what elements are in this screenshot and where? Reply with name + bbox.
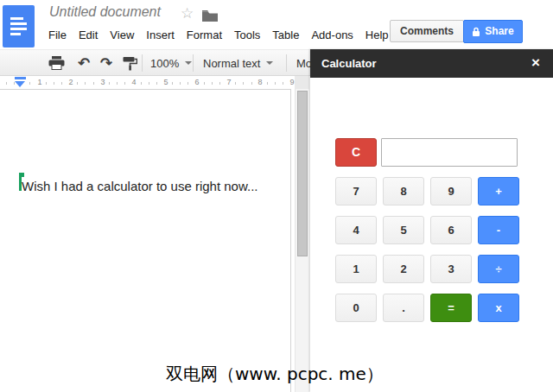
zoom-select-value: 100% <box>150 57 179 70</box>
calc-key-0[interactable]: 0 <box>335 294 377 322</box>
toolbar-separator <box>142 54 143 72</box>
calc-key-add[interactable]: + <box>478 177 519 205</box>
share-button[interactable]: Share <box>463 20 523 43</box>
calc-key-1[interactable]: 1 <box>335 255 377 283</box>
menu-item-addons[interactable]: Add-ons <box>310 27 353 43</box>
calc-key-multiply[interactable]: x <box>478 294 519 322</box>
ruler-number: 2 <box>67 78 74 86</box>
paint-format-icon[interactable] <box>119 50 140 76</box>
calc-key-4[interactable]: 4 <box>335 216 377 244</box>
star-icon[interactable]: ☆ <box>181 4 194 22</box>
calc-key-5[interactable]: 5 <box>383 216 424 244</box>
menu-item-insert[interactable]: Insert <box>145 27 175 43</box>
calc-key-3[interactable]: 3 <box>430 255 472 283</box>
logo-line <box>10 22 27 25</box>
docs-logo-icon[interactable] <box>3 5 35 47</box>
calc-key-clear[interactable]: C <box>335 138 377 167</box>
first-line-indent-marker[interactable] <box>15 77 26 79</box>
ruler-number: 5 <box>162 78 169 86</box>
left-indent-marker[interactable] <box>15 81 25 87</box>
google-docs-window: Untitled document ☆ File Edit View Inser… <box>0 0 553 392</box>
ruler-number: 7 <box>225 78 232 86</box>
calc-key-8[interactable]: 8 <box>383 177 424 205</box>
ruler-number: 4 <box>130 78 137 86</box>
ruler-number: 3 <box>99 78 106 86</box>
menu-item-format[interactable]: Format <box>186 27 223 43</box>
menu-item-table[interactable]: Table <box>271 27 300 43</box>
calculator-panel: Calculator × C 7 8 9 + 4 5 6 - 1 2 3 ÷ 0… <box>310 49 553 392</box>
logo-line <box>10 17 23 20</box>
calc-key-9[interactable]: 9 <box>430 177 472 205</box>
ruler-corner <box>295 76 309 89</box>
comments-button[interactable]: Comments <box>390 20 464 42</box>
menu-item-edit[interactable]: Edit <box>78 27 99 43</box>
calc-key-subtract[interactable]: - <box>478 216 519 244</box>
calculator-panel-header: Calculator × <box>310 49 553 78</box>
toolbar-separator <box>193 54 194 72</box>
calc-key-divide[interactable]: ÷ <box>478 255 519 283</box>
document-title[interactable]: Untitled document <box>49 4 161 20</box>
calculator-panel-title: Calculator <box>321 57 377 70</box>
menu-item-view[interactable]: View <box>109 27 135 43</box>
paragraph-style-select[interactable]: Normal text <box>203 50 273 76</box>
undo-icon[interactable]: ↶ <box>73 50 94 76</box>
ruler-number: 6 <box>193 78 200 86</box>
calc-key-decimal[interactable]: . <box>383 294 424 322</box>
calc-key-equals[interactable]: = <box>430 294 472 322</box>
ruler-number: 1 <box>35 78 43 86</box>
share-button-label: Share <box>485 21 513 42</box>
menu-bar: File Edit View Insert Format Tools Table… <box>48 27 390 43</box>
menu-item-tools[interactable]: Tools <box>233 27 261 43</box>
print-icon[interactable] <box>46 50 67 76</box>
paragraph-style-value: Normal text <box>203 57 260 70</box>
logo-line <box>10 28 27 30</box>
calc-key-7[interactable]: 7 <box>335 177 377 205</box>
document-scrollbar-track[interactable] <box>295 89 309 392</box>
watermark-text: 双电网（www. pcpc. me） <box>166 363 384 386</box>
folder-icon[interactable] <box>202 9 218 25</box>
close-icon[interactable]: × <box>531 54 540 72</box>
toolbar-separator <box>286 54 287 72</box>
calc-display-input[interactable] <box>381 138 518 167</box>
document-scrollbar-thumb[interactable] <box>297 91 308 256</box>
redo-icon[interactable]: ↷ <box>96 50 117 76</box>
document-text[interactable]: Wish I had a calculator to use right now… <box>22 179 257 193</box>
calc-key-6[interactable]: 6 <box>430 216 472 244</box>
document-page[interactable]: Wish I had a calculator to use right now… <box>0 89 291 392</box>
ruler-number: 8 <box>256 78 264 86</box>
ruler[interactable]: 1 2 3 4 5 6 7 8 9 <box>0 76 310 89</box>
lock-icon <box>472 27 480 37</box>
chevron-down-icon <box>266 61 273 65</box>
logo-line <box>10 33 21 35</box>
calc-key-2[interactable]: 2 <box>383 255 424 283</box>
chevron-down-icon <box>185 61 192 65</box>
menu-item-file[interactable]: File <box>48 27 67 43</box>
zoom-select[interactable]: 100% <box>150 50 192 76</box>
menu-item-help[interactable]: Help <box>365 27 390 43</box>
